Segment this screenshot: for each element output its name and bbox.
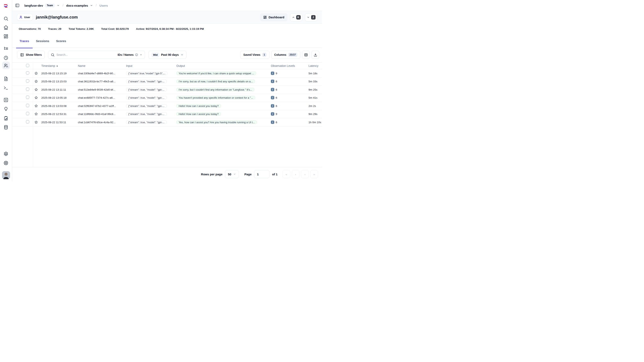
trace-name[interactable]: chat:02f63f47-87b2-4377-a1ff...: [78, 104, 116, 107]
row-height-button[interactable]: [302, 51, 310, 59]
column-header-timestamp[interactable]: Timestamp▼: [41, 64, 58, 68]
sidebar-item-datasets[interactable]: [2, 124, 10, 131]
sidebar-item-home[interactable]: [2, 24, 10, 31]
tab-traces[interactable]: Traces: [16, 34, 32, 48]
trace-output-preview[interactable]: Hello! How can I assist you today?: [176, 112, 221, 116]
user-avatar[interactable]: [2, 171, 10, 179]
column-header-output[interactable]: Output: [176, 64, 185, 68]
trace-output-preview[interactable]: I'm sorry, but as of now, I couldn't fin…: [176, 80, 255, 83]
show-filters-label: Show filters: [26, 53, 42, 56]
export-button[interactable]: [312, 51, 319, 59]
info-level-icon: i: [271, 96, 274, 100]
table-row[interactable]: 2025-08-22 12:53:31 chat:116fbfdc-0fd3-4…: [12, 110, 322, 118]
trace-output-preview[interactable]: You're welcome! If you'd like, I can sha…: [176, 72, 256, 75]
trace-input-preview[interactable]: {"stream":true,"model":"gpt-5",...: [126, 72, 168, 75]
sidebar-item-prompts[interactable]: [2, 75, 10, 82]
star-icon[interactable]: [34, 96, 38, 100]
sidebar-item-users[interactable]: [2, 62, 10, 69]
next-user-button[interactable]: J: [305, 13, 317, 21]
tab-sessions[interactable]: Sessions: [32, 34, 53, 48]
sidebar-item-evaluation[interactable]: [2, 105, 10, 113]
clock-icon: [4, 55, 8, 60]
previous-page-button[interactable]: ‹: [292, 170, 300, 178]
trace-latency: 2m 2s: [308, 104, 316, 107]
star-icon[interactable]: [34, 120, 38, 124]
table-row[interactable]: 2025-08-22 13:03:08 chat:02f63f47-87b2-4…: [12, 102, 322, 110]
stat-item: Observations: 70: [19, 28, 41, 30]
column-header-observation-levels[interactable]: Observation Levels: [271, 64, 295, 68]
star-icon[interactable]: [34, 112, 38, 116]
sidebar-item-dashboards[interactable]: [2, 32, 10, 40]
trace-name[interactable]: chat:513e84e9-9039-42d0-bf...: [78, 88, 115, 91]
rows-per-page-select[interactable]: 50: [225, 170, 239, 178]
sidebar-item-support[interactable]: [2, 159, 10, 167]
column-header-name[interactable]: Name: [78, 64, 86, 68]
sidebar-toggle-icon[interactable]: [15, 3, 20, 8]
row-checkbox[interactable]: [26, 120, 29, 124]
kbd-shortcut-j: J: [311, 15, 316, 20]
trace-input-preview[interactable]: {"stream": true, "model": "gpt-...: [126, 120, 167, 124]
table-row[interactable]: 2025-08-22 11:53:11 chat:1cb67476-b5ce-4…: [12, 118, 322, 126]
search-input[interactable]: [56, 53, 116, 56]
column-header-input[interactable]: Input: [126, 64, 132, 68]
star-icon[interactable]: [34, 80, 38, 83]
sidebar-item-scores[interactable]: [2, 96, 10, 104]
trace-input-preview[interactable]: {"stream": true, "model": "gpt-...: [126, 80, 167, 83]
trace-name[interactable]: chat:ec685f77-7374-427c-a6...: [78, 96, 115, 99]
dashboard-grid-icon: [263, 16, 267, 19]
trace-output-preview[interactable]: Yes, how can I assist you? Are you havin…: [176, 120, 257, 124]
star-icon[interactable]: [34, 88, 38, 92]
sidebar-item-annotation[interactable]: [2, 114, 10, 122]
page-number-input[interactable]: [254, 170, 270, 178]
sidebar-item-tracing[interactable]: [2, 45, 10, 52]
table-row[interactable]: 2025-08-22 13:15:03 chat:3611931b-bc77-4…: [12, 78, 322, 86]
trace-name[interactable]: chat:116fbfdc-0fd3-41af-99c8...: [78, 112, 116, 116]
breadcrumb-separator: /: [62, 4, 64, 8]
stat-item: Total Tokens: 2.39K: [69, 28, 94, 30]
breadcrumb-env[interactable]: docs-examples: [66, 4, 88, 7]
next-page-button[interactable]: ›: [301, 170, 309, 178]
tab-scores[interactable]: Scores: [52, 34, 70, 48]
trace-latency: 5m 33s: [308, 80, 317, 83]
trace-output-preview[interactable]: Hello! How can I assist you today?: [176, 104, 221, 108]
trace-name[interactable]: chat:330bd4e7-d869-4b2f-80...: [78, 72, 115, 75]
row-checkbox[interactable]: [26, 96, 29, 99]
trace-name[interactable]: chat:3611931b-bc77-49c5-a8...: [78, 80, 116, 83]
star-icon[interactable]: [34, 71, 38, 75]
row-checkbox[interactable]: [26, 112, 29, 115]
sidebar-item-search[interactable]: [2, 15, 10, 22]
column-header-latency[interactable]: Latency: [308, 64, 318, 68]
table-row[interactable]: 2025-08-22 13:11:11 chat:513e84e9-9039-4…: [12, 86, 322, 94]
chevron-down-icon[interactable]: [90, 4, 93, 7]
chevron-up-icon: [292, 16, 295, 19]
row-checkbox[interactable]: [26, 88, 29, 91]
trace-name[interactable]: chat:1cb67476-b5ce-4c4a-92...: [78, 120, 116, 124]
row-checkbox[interactable]: [26, 71, 29, 74]
row-checkbox[interactable]: [26, 104, 29, 107]
sidebar-item-settings[interactable]: [2, 150, 10, 158]
chevron-down-icon[interactable]: [57, 4, 60, 7]
trace-input-preview[interactable]: {"stream": true, "model": "gpt-...: [126, 104, 167, 108]
select-all-checkbox[interactable]: [26, 64, 29, 67]
last-page-button[interactable]: »: [310, 170, 318, 178]
search-scope-dropdown[interactable]: IDs / Names: [118, 53, 142, 56]
breadcrumb-project[interactable]: langfuse-dev: [24, 4, 43, 7]
trace-input-preview[interactable]: {"stream": true, "model": "gpt-...: [126, 96, 167, 100]
first-page-button[interactable]: «: [282, 170, 290, 178]
table-row[interactable]: 2025-08-22 13:15:19 chat:330bd4e7-d869-4…: [12, 69, 322, 78]
columns-button[interactable]: Columns 25/37: [271, 51, 300, 59]
trace-input-preview[interactable]: {"stream": true, "model": "gpt-...: [126, 88, 167, 91]
trace-output-preview[interactable]: You haven't provided any specific inform…: [176, 96, 255, 100]
star-icon[interactable]: [34, 104, 38, 108]
sidebar-item-sessions[interactable]: [2, 54, 10, 62]
table-row[interactable]: 2025-08-22 13:05:18 chat:ec685f77-7374-4…: [12, 94, 322, 102]
trace-input-preview[interactable]: {"stream": true, "model": "gpt-...: [126, 112, 167, 116]
previous-user-button[interactable]: K: [290, 13, 302, 21]
sidebar-item-playground[interactable]: [2, 84, 10, 92]
row-checkbox[interactable]: [26, 79, 29, 82]
saved-views-button[interactable]: Saved Views 1: [240, 51, 270, 59]
dashboard-button[interactable]: Dashboard: [260, 13, 288, 21]
trace-output-preview[interactable]: I'm sorry, but I couldn't find any infor…: [176, 88, 254, 91]
show-filters-button[interactable]: Show filters: [17, 51, 45, 59]
time-range-button[interactable]: 90d Past 90 days: [148, 51, 186, 59]
